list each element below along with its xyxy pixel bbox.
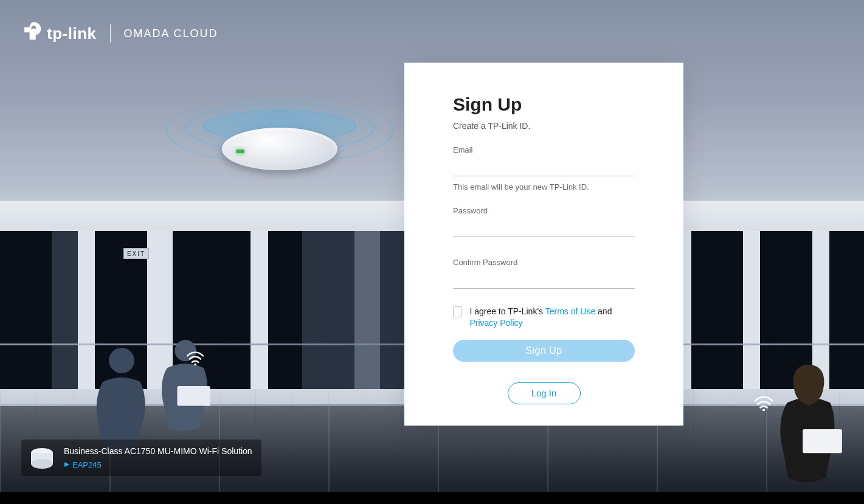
access-point-device-icon: [222, 128, 337, 170]
brand-product: OMADA CLOUD: [124, 27, 218, 40]
svg-point-2: [194, 364, 196, 365]
password-input[interactable]: [453, 220, 635, 237]
password-field-group: Password: [453, 206, 635, 237]
brand-header: tp-link OMADA CLOUD: [21, 21, 218, 46]
password-label: Password: [453, 206, 635, 215]
brand-separator: [110, 24, 111, 43]
svg-rect-0: [177, 386, 210, 406]
confirm-password-input[interactable]: [453, 272, 635, 289]
play-icon: [64, 461, 70, 468]
login-button[interactable]: Log In: [508, 382, 581, 404]
brand-name: tp-link: [47, 24, 97, 43]
wifi-icon: [185, 350, 205, 365]
privacy-link[interactable]: Privacy Policy: [469, 318, 522, 328]
wifi-icon: [753, 394, 775, 411]
agree-checkbox[interactable]: [453, 306, 462, 317]
svg-point-3: [762, 409, 765, 412]
access-point-led-icon: [236, 150, 244, 153]
signup-subtitle: Create a TP-Link ID.: [453, 121, 635, 131]
svg-rect-1: [803, 429, 842, 453]
product-thumb-icon: [27, 444, 57, 471]
agree-mid: and: [595, 306, 612, 316]
agree-row: I agree to TP-Link's Terms of Use and Pr…: [453, 306, 635, 329]
product-model-label: EAP245: [72, 460, 102, 469]
signup-button[interactable]: Sign Up: [453, 340, 635, 362]
email-input[interactable]: [453, 159, 635, 176]
tplink-logo: tp-link: [21, 21, 97, 46]
product-callout-title: Business-Class AC1750 MU-MIMO Wi-Fi Solu…: [64, 446, 253, 458]
person-seated-right: [760, 356, 857, 492]
agree-text: I agree to TP-Link's Terms of Use and Pr…: [469, 306, 635, 329]
email-field-group: Email This email will be your new TP-Lin…: [453, 145, 635, 192]
signup-card: Sign Up Create a TP-Link ID. Email This …: [404, 63, 683, 426]
tplink-logo-icon: [21, 21, 42, 46]
confirm-label: Confirm Password: [453, 258, 635, 267]
bottom-bar: [0, 492, 864, 504]
terms-link[interactable]: Terms of Use: [545, 306, 595, 316]
exit-sign: EXIT: [123, 248, 149, 259]
person-seated-center: [143, 328, 228, 444]
product-model-link[interactable]: EAP245: [64, 460, 102, 469]
signup-title: Sign Up: [453, 94, 635, 115]
confirm-field-group: Confirm Password: [453, 258, 635, 289]
product-callout: Business-Class AC1750 MU-MIMO Wi-Fi Solu…: [21, 440, 261, 476]
svg-point-6: [31, 459, 53, 469]
agree-prefix: I agree to TP-Link's: [469, 306, 545, 316]
email-label: Email: [453, 145, 635, 154]
email-help: This email will be your new TP-Link ID.: [453, 182, 635, 192]
